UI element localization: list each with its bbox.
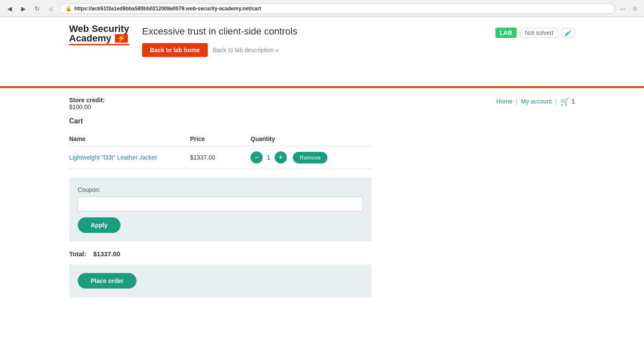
home-link[interactable]: Home: [496, 98, 512, 105]
cart-icon-container[interactable]: 🛒 1: [560, 97, 575, 106]
logo-text-line1: Web Security: [69, 24, 129, 34]
logo-text-line2: Academy ⚡: [69, 34, 129, 43]
lightning-icon: ⚡: [115, 34, 128, 43]
place-order-button[interactable]: Place order: [78, 273, 136, 289]
lab-title: Excessive trust in client-side controls: [142, 26, 482, 37]
lock-icon: 🔒: [65, 6, 72, 12]
table-header-quantity: Quantity: [251, 132, 371, 146]
address-bar[interactable]: 🔒 https://acb51f3a1ed9bba580bb0212008e00…: [60, 3, 615, 14]
lab-buttons: Back to lab home Back to lab description…: [142, 43, 482, 57]
more-button[interactable]: ···: [619, 4, 627, 13]
cart-heading: Cart: [69, 117, 575, 125]
nav-divider-1: |: [516, 98, 517, 105]
lab-status-area: LAB Not solved 🧪: [495, 24, 575, 38]
qty-increase-button[interactable]: +: [275, 151, 287, 163]
cart-table: Name Price Quantity Lightweight "l33t" L…: [69, 132, 371, 169]
not-solved-badge: Not solved: [520, 28, 558, 38]
nav-divider-2: |: [555, 98, 557, 105]
store-header: Store credit: $100.00 Home | My account …: [69, 97, 575, 110]
browser-chrome: ◀ ▶ ↻ ⌂ 🔒 https://acb51f3a1ed9bba580bb02…: [0, 0, 644, 17]
cart-icon: 🛒: [560, 97, 570, 106]
table-header-name: Name: [69, 132, 190, 146]
product-link[interactable]: Lightweight "l33t" Leather Jacket: [69, 154, 157, 161]
reload-button[interactable]: ↻: [32, 3, 42, 14]
total-label: Total:: [69, 250, 86, 258]
coupon-section: Coupon: Apply: [69, 178, 371, 242]
top-bar: Web Security Academy ⚡ Excessive trust i…: [0, 17, 644, 86]
coupon-input[interactable]: [78, 197, 363, 211]
store-credit: Store credit: $100.00: [69, 97, 105, 110]
home-button[interactable]: ⌂: [46, 3, 56, 14]
product-name-cell: Lightweight "l33t" Leather Jacket: [69, 146, 190, 169]
back-to-lab-home-button[interactable]: Back to lab home: [142, 43, 208, 57]
store-nav: Home | My account | 🛒 1: [496, 97, 575, 106]
my-account-link[interactable]: My account: [521, 98, 552, 105]
qty-value: 1: [265, 154, 272, 161]
back-to-lab-description-link[interactable]: Back to lab description »: [213, 47, 279, 53]
remove-button[interactable]: Remove: [293, 152, 327, 163]
total-amount: $1337.00: [93, 250, 121, 258]
forward-button[interactable]: ▶: [18, 3, 29, 14]
store-credit-amount: $100.00: [69, 104, 91, 110]
lab-badge: LAB: [495, 28, 517, 38]
total-row: Total: $1337.00: [69, 250, 575, 258]
apply-button[interactable]: Apply: [78, 217, 121, 233]
table-row: Lightweight "l33t" Leather Jacket $1337.…: [69, 146, 371, 169]
bookmark-button[interactable]: ☆: [631, 4, 640, 13]
qty-decrease-button[interactable]: −: [251, 151, 263, 163]
flask-icon[interactable]: 🧪: [562, 28, 575, 38]
logo-underline: [69, 44, 129, 45]
store-credit-label: Store credit:: [69, 97, 105, 104]
product-price-cell: $1337.00: [190, 146, 251, 169]
place-order-section: Place order: [69, 264, 371, 297]
store-container: Store credit: $100.00 Home | My account …: [0, 88, 644, 306]
table-header-price: Price: [190, 132, 251, 146]
coupon-label: Coupon:: [78, 186, 363, 193]
lab-title-area: Excessive trust in client-side controls …: [142, 24, 482, 57]
back-button[interactable]: ◀: [4, 3, 15, 14]
product-qty-cell: − 1 + Remove: [251, 146, 371, 169]
cart-count: 1: [571, 98, 575, 105]
logo: Web Security Academy ⚡: [69, 24, 129, 45]
url-display: https://acb51f3a1ed9bba580bb0212008e0079…: [74, 6, 609, 12]
qty-controls: − 1 + Remove: [251, 151, 371, 163]
